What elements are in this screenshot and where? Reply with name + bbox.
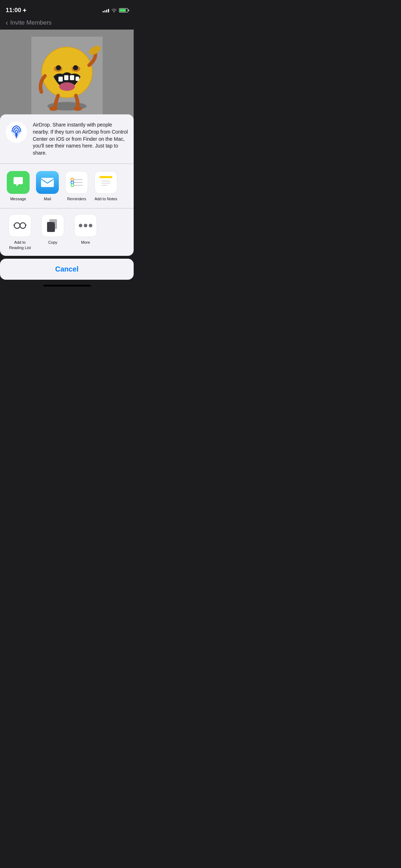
mail-label: Mail [44, 197, 51, 201]
svg-point-11 [59, 82, 75, 91]
svg-rect-12 [58, 77, 63, 82]
monster-illustration [31, 37, 103, 115]
time-label: 11:00 [6, 7, 21, 14]
svg-point-38 [84, 224, 87, 227]
copy-action[interactable]: Copy [38, 214, 67, 250]
svg-rect-36 [47, 222, 55, 232]
airdrop-icon[interactable] [6, 122, 27, 143]
more-action[interactable]: More [71, 214, 100, 250]
reading-list-label: Add toReading List [9, 240, 31, 250]
svg-point-9 [56, 65, 61, 70]
svg-point-19 [71, 178, 74, 181]
battery-icon [119, 8, 128, 12]
reminders-label: Reminders [67, 197, 86, 201]
svg-point-39 [89, 224, 92, 227]
cancel-section: Cancel [0, 259, 134, 280]
reading-list-icon-box [9, 214, 31, 237]
status-icons [103, 7, 128, 14]
svg-rect-13 [64, 75, 68, 80]
wifi-icon [111, 7, 117, 14]
cancel-button[interactable]: Cancel [0, 259, 134, 280]
reminders-icon [65, 171, 88, 194]
svg-point-31 [20, 223, 26, 228]
svg-point-23 [71, 184, 74, 187]
more-icon-box [74, 214, 97, 237]
promo-image [0, 30, 134, 122]
more-label: More [81, 240, 90, 245]
airdrop-text-content: AirDrop. Share instantly with people nea… [33, 122, 128, 155]
home-bar [43, 285, 91, 286]
status-bar: 11:00 [0, 0, 134, 16]
share-apps-row: Message Mail [6, 171, 128, 201]
copy-icon [46, 218, 59, 233]
message-label: Message [10, 197, 26, 201]
add-to-reading-list-action[interactable]: Add toReading List [6, 214, 34, 250]
share-sheet: AirDrop. Share instantly with people nea… [0, 114, 134, 289]
mail-icon [36, 171, 59, 194]
share-app-message[interactable]: Message [6, 171, 31, 201]
notes-icon [94, 171, 117, 194]
svg-point-6 [73, 107, 82, 111]
location-icon [22, 8, 27, 12]
svg-rect-15 [76, 77, 79, 81]
svg-rect-14 [70, 75, 74, 80]
share-app-notes[interactable]: Add to Notes [93, 171, 118, 201]
svg-point-30 [14, 223, 20, 228]
svg-point-17 [15, 133, 17, 135]
back-icon[interactable]: ‹ [6, 19, 8, 27]
svg-line-33 [14, 225, 14, 226]
signal-icon [103, 8, 109, 12]
nav-title[interactable]: Invite Members [10, 19, 52, 26]
svg-line-34 [26, 225, 26, 226]
status-time: 11:00 [6, 7, 27, 14]
notes-label: Add to Notes [94, 197, 117, 201]
message-icon [7, 171, 30, 194]
share-apps-section: Message Mail [0, 164, 134, 208]
actions-section: Add toReading List Copy [0, 208, 134, 256]
reading-list-icon [14, 221, 26, 231]
airdrop-description: AirDrop. Share instantly with people nea… [33, 122, 128, 156]
actions-row: Add toReading List Copy [6, 214, 128, 250]
nav-bar: ‹ Invite Members [0, 16, 134, 30]
share-app-reminders[interactable]: Reminders [64, 171, 89, 201]
svg-point-21 [71, 181, 74, 184]
home-indicator [0, 283, 134, 289]
airdrop-section: AirDrop. Share instantly with people nea… [0, 114, 134, 164]
copy-icon-box [41, 214, 64, 237]
more-icon [78, 223, 93, 228]
svg-point-37 [79, 224, 82, 227]
svg-rect-18 [41, 178, 54, 187]
share-app-mail[interactable]: Mail [35, 171, 60, 201]
copy-label: Copy [48, 240, 57, 245]
svg-point-5 [49, 107, 58, 111]
svg-point-10 [73, 65, 78, 70]
svg-rect-26 [99, 178, 112, 189]
